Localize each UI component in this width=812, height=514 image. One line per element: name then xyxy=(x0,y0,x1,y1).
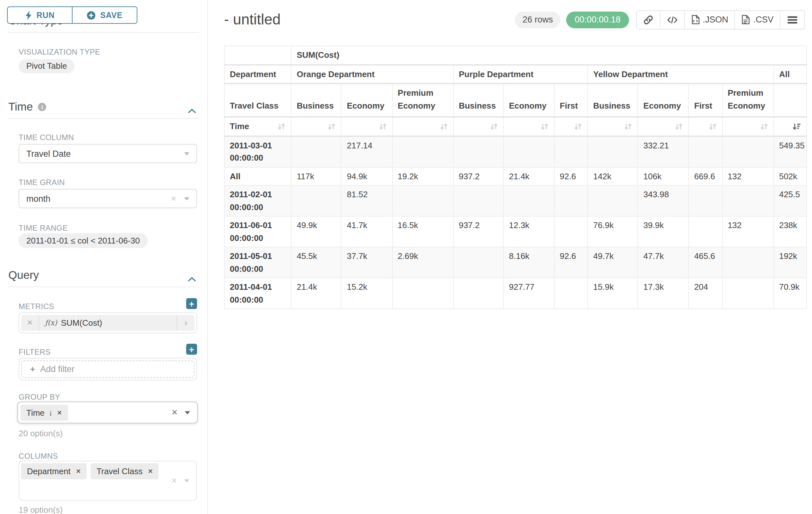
value-cell: 669.6 xyxy=(689,167,722,185)
add-filter-button[interactable]: + Add filter xyxy=(21,360,195,378)
value-cell: 15.2k xyxy=(342,278,392,309)
chart-header: - untitled 26 rows 00:00:00.18 xyxy=(224,11,805,28)
row-label: All xyxy=(224,167,291,185)
columns-chip-travel-class[interactable]: Travel Class✕ xyxy=(91,463,159,479)
value-cell xyxy=(392,278,453,309)
sort-toggle-icon[interactable] xyxy=(490,123,498,130)
sort-toggle-icon[interactable] xyxy=(675,123,683,130)
value-cell xyxy=(392,185,453,216)
file-code-icon xyxy=(691,15,699,24)
chevron-down-icon xyxy=(184,152,190,156)
query-timer-badge: 00:00:00.18 xyxy=(567,11,629,28)
remove-chip-icon[interactable]: ✕ xyxy=(76,468,81,475)
sort-toggle-icon[interactable] xyxy=(439,123,448,130)
collapse-time-section-icon[interactable] xyxy=(187,105,196,116)
class-cell-business: Business xyxy=(453,83,503,117)
value-cell: 8.16k xyxy=(503,247,554,278)
clear-icon[interactable]: ✕ xyxy=(171,407,178,417)
value-cell xyxy=(453,247,503,278)
value-cell: 41.7k xyxy=(342,216,392,247)
pivot-table-grid: SUM(Cost)DepartmentOrange DepartmentPurp… xyxy=(224,46,807,309)
table-row: 2011-04-01 00:00:0021.4k15.2k927.7715.9k… xyxy=(224,278,807,309)
chevron-right-icon[interactable]: › xyxy=(177,315,195,331)
time-row-dimension-label: Time xyxy=(230,120,249,133)
value-cell: 49.9k xyxy=(291,216,341,247)
menu-button[interactable] xyxy=(780,10,804,29)
class-cell-premium-economy: Premium Economy xyxy=(722,83,774,117)
visualization-type-value[interactable]: Pivot Table xyxy=(19,59,75,73)
sort-toggle-icon[interactable] xyxy=(624,123,633,130)
time-range-value[interactable]: 2011-01-01 ≤ col < 2011-06-30 xyxy=(19,233,148,248)
sort-toggle-icon[interactable] xyxy=(708,123,717,130)
sort-toggle-icon[interactable] xyxy=(541,123,549,130)
class-cell-premium-economy: Premium Economy xyxy=(392,83,453,117)
time-column-label: TIME COLUMN xyxy=(19,133,74,142)
clear-icon[interactable]: ✕ xyxy=(171,193,176,204)
chevron-up-icon[interactable] xyxy=(187,20,196,23)
export-json-button[interactable]: .JSON xyxy=(684,10,735,29)
department-dimension-cell: Department xyxy=(224,64,291,83)
sort-header-cell xyxy=(342,117,392,136)
time-column-select[interactable]: Travel Date xyxy=(19,144,197,163)
clear-icon[interactable]: ✕ xyxy=(171,476,177,486)
row-label: 2011-05-01 00:00:00 xyxy=(224,247,291,278)
value-cell: 425.5 xyxy=(774,185,807,216)
class-cell-business: Business xyxy=(291,83,341,117)
time-grain-select[interactable]: month ✕ xyxy=(19,189,197,208)
sort-toggle-icon[interactable] xyxy=(760,123,768,130)
query-section-heading: Query xyxy=(8,269,39,282)
columns-select[interactable]: Department✕Travel Class✕ ✕ xyxy=(19,461,197,501)
value-cell xyxy=(392,136,453,167)
run-button-label: RUN xyxy=(37,10,55,20)
value-cell: 16.5k xyxy=(392,216,453,247)
sort-toggle-icon[interactable] xyxy=(574,123,582,130)
value-cell: 937.2 xyxy=(453,216,503,247)
value-cell xyxy=(453,278,503,309)
sort-toggle-icon[interactable] xyxy=(277,123,286,130)
sort-toggle-icon[interactable] xyxy=(378,123,387,130)
add-metric-button[interactable]: + xyxy=(186,298,197,309)
row-label: 2011-06-01 00:00:00 xyxy=(224,216,291,247)
class-cell-economy: Economy xyxy=(342,83,392,117)
sort-toggle-icon[interactable] xyxy=(328,123,336,130)
filters-label: FILTERS xyxy=(19,348,51,357)
divider xyxy=(8,32,199,33)
value-cell: 15.9k xyxy=(588,278,638,309)
share-link-button[interactable] xyxy=(636,10,660,29)
remove-chip-icon[interactable]: ✕ xyxy=(148,468,153,475)
view-query-button[interactable] xyxy=(660,10,684,29)
value-cell: 39.9k xyxy=(638,216,689,247)
rows-count-badge: 26 rows xyxy=(515,11,561,28)
metric-chip[interactable]: ✕ ƒ(x) SUM(Cost) › xyxy=(21,315,195,331)
value-cell xyxy=(453,136,503,167)
travelclass-dimension-cell: Travel Class xyxy=(224,83,291,117)
export-csv-button[interactable]: .CSV xyxy=(735,10,780,29)
columns-label: COLUMNS xyxy=(19,452,58,461)
collapse-query-section-icon[interactable] xyxy=(187,273,196,285)
groupby-chip-time[interactable]: Timei✕ xyxy=(21,405,68,421)
remove-chip-icon[interactable]: ✕ xyxy=(57,409,62,416)
group-by-select[interactable]: Timei✕ ✕ xyxy=(17,402,198,424)
export-json-label: .JSON xyxy=(702,15,728,24)
run-button[interactable]: RUN xyxy=(7,6,72,24)
time-section-heading: Time i xyxy=(8,100,47,114)
remove-metric-icon[interactable]: ✕ xyxy=(21,315,39,331)
sort-descending-icon[interactable] xyxy=(792,123,801,130)
value-cell xyxy=(689,185,722,216)
chart-title[interactable]: - untitled xyxy=(224,11,281,28)
column-info-icon: i xyxy=(50,409,52,417)
link-icon xyxy=(643,15,653,25)
value-cell xyxy=(554,185,588,216)
table-row: 2011-05-01 00:00:0045.5k37.7k2.69k8.16k9… xyxy=(224,247,807,278)
add-filter-plus-button[interactable]: + xyxy=(186,344,197,355)
value-cell: 132 xyxy=(722,216,774,247)
class-cell-first: First xyxy=(689,83,722,117)
value-cell: 17.3k xyxy=(638,278,689,309)
value-cell: 76.9k xyxy=(588,216,638,247)
save-button[interactable]: SAVE xyxy=(72,6,137,24)
colgroup-all: All xyxy=(774,64,807,83)
columns-chip-department[interactable]: Department✕ xyxy=(21,463,87,479)
hamburger-icon xyxy=(788,16,797,23)
divider xyxy=(8,118,199,119)
file-text-icon xyxy=(742,15,750,24)
